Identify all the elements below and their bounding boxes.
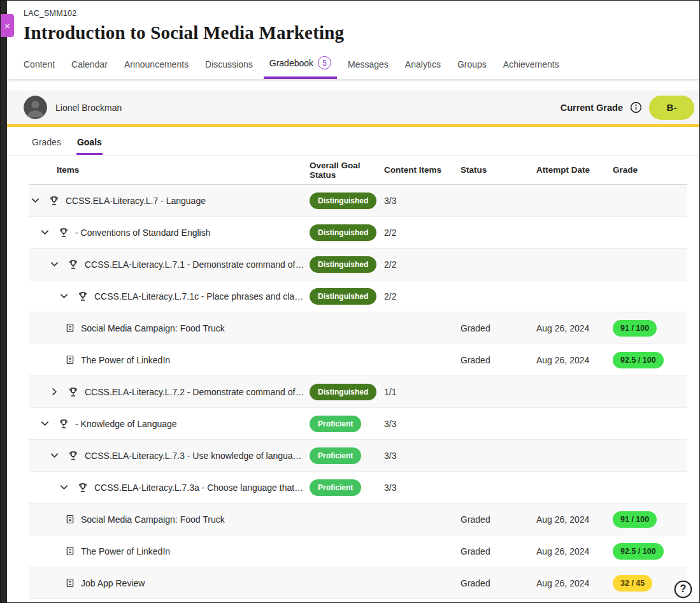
items-cell[interactable]: - Knowledge of Language	[29, 418, 310, 430]
content-items-value: 1/1	[384, 387, 396, 397]
tab-announcements[interactable]: Announcements	[124, 59, 189, 79]
items-cell[interactable]: CCSS.ELA-Literacy.L.7.3 - Use knowledge …	[29, 450, 310, 461]
current-grade-label: Current Grade	[561, 103, 623, 113]
chevron-down-icon[interactable]	[59, 483, 69, 493]
goals-table: Items Overall Goal Status Content Items …	[29, 156, 687, 599]
grade-pill[interactable]: 91 / 100	[613, 320, 657, 337]
goal-status-pill: Distinguished	[310, 256, 376, 273]
tab-analytics[interactable]: Analytics	[405, 59, 441, 79]
items-cell[interactable]: Social Media Campaign: Food Truck	[29, 514, 310, 525]
goal-status-pill: Proficient	[310, 416, 361, 432]
attempt-date-value: Aug 26, 2024	[536, 578, 589, 588]
tab-gradebook[interactable]: Gradebook 5	[269, 56, 331, 79]
current-grade-group: Current Grade B-	[561, 96, 694, 120]
attempt-date-value: Aug 26, 2024	[536, 514, 589, 525]
close-panel-tab[interactable]: ×	[1, 14, 14, 37]
tab-achievements[interactable]: Achievements	[503, 59, 559, 79]
goal-row: CCSS.ELA-Literacy.L.7.3 - Use knowledge …	[29, 440, 687, 472]
tab-messages[interactable]: Messages	[348, 59, 389, 79]
item-row: Social Media Campaign: Food Truck Graded…	[29, 312, 687, 344]
row-label: - Conventions of Standard English	[75, 228, 214, 238]
grade-cell: 91 / 100	[613, 320, 687, 337]
row-label: CCSS.ELA-Literacy.L.7.1 - Demonstrate co…	[85, 259, 310, 270]
item-row: Social Media Campaign: Food Truck Graded…	[29, 504, 687, 535]
goal-status-pill: Distinguished	[310, 384, 376, 400]
column-header-attempt-date: Attempt Date	[536, 165, 613, 175]
course-nav: Content Calendar Announcements Discussio…	[7, 43, 699, 80]
grade-cell: 91 / 100	[613, 511, 687, 528]
grade-cell: 92.5 / 100	[613, 543, 687, 560]
row-label: The Power of LinkedIn	[81, 355, 174, 365]
items-cell[interactable]: CCSS.ELA-Literacy.L.7.1 - Demonstrate co…	[29, 259, 310, 270]
items-cell[interactable]: The Power of LinkedIn	[29, 354, 310, 365]
grade-pill[interactable]: 32 / 45	[613, 575, 652, 592]
chevron-down-icon[interactable]	[30, 196, 40, 206]
status-value: Graded	[461, 355, 490, 365]
goal-status-cell: Distinguished	[310, 288, 384, 305]
tab-groups[interactable]: Groups	[457, 59, 487, 79]
items-cell[interactable]: Social Media Campaign: Food Truck	[29, 323, 310, 333]
goal-status-pill: Proficient	[310, 447, 361, 464]
help-button[interactable]: ?	[673, 579, 693, 599]
subtab-goals[interactable]: Goals	[76, 137, 103, 155]
items-cell[interactable]: The Power of LinkedIn	[29, 546, 310, 556]
avatar	[24, 96, 47, 119]
gradebook-count-badge: 5	[318, 56, 331, 69]
goal-row: CCSS.ELA-Literacy.L.7 - Language Disting…	[29, 185, 687, 217]
content-items-value: 3/3	[384, 196, 396, 206]
row-label: Social Media Campaign: Food Truck	[81, 514, 229, 525]
person-silhouette-icon	[24, 96, 47, 119]
close-icon: ×	[4, 20, 10, 31]
status-value: Graded	[461, 546, 490, 556]
grade-pill[interactable]: 92.5 / 100	[613, 352, 664, 368]
main-content: LAC_SMM102 Introduction to Social Media …	[7, 1, 699, 602]
tab-label: Achievements	[503, 59, 559, 69]
tab-label: Analytics	[405, 59, 441, 69]
goals-table-header: Items Overall Goal Status Content Items …	[29, 156, 687, 185]
goal-row: - Conventions of Standard English Distin…	[29, 217, 687, 249]
question-mark-icon: ?	[673, 579, 693, 599]
items-cell[interactable]: CCSS.ELA-Literacy.L.7.3a - Choose langua…	[29, 482, 310, 493]
info-icon[interactable]	[630, 101, 642, 113]
tab-label: Announcements	[124, 59, 189, 69]
items-cell[interactable]: CCSS.ELA-Literacy.L.7.1c - Place phrases…	[29, 291, 310, 302]
collapsed-side-panel[interactable]	[1, 1, 7, 602]
gradebook-subtabs: GradesGoals	[7, 127, 699, 156]
tab-calendar[interactable]: Calendar	[71, 59, 108, 79]
chevron-down-icon[interactable]	[39, 228, 50, 238]
current-grade-pill[interactable]: B-	[649, 96, 694, 120]
row-label: CCSS.ELA-Literacy.L.7.3a - Choose langua…	[94, 483, 310, 493]
chevron-down-icon[interactable]	[59, 291, 69, 302]
tab-content[interactable]: Content	[24, 59, 55, 79]
status-value: Graded	[461, 514, 490, 525]
grade-pill[interactable]: 92.5 / 100	[613, 543, 664, 560]
goal-status-pill: Distinguished	[310, 288, 376, 305]
goal-status-cell: Proficient	[310, 479, 384, 496]
row-label: CCSS.ELA-Literacy.L.7.1c - Place phrases…	[94, 291, 310, 302]
attempt-date-value: Aug 26, 2024	[536, 323, 589, 333]
items-cell[interactable]: CCSS.ELA-Literacy.L.7.2 - Demonstrate co…	[29, 386, 310, 398]
document-icon	[65, 514, 75, 525]
goal-status-cell: Distinguished	[310, 256, 384, 273]
document-icon	[65, 354, 75, 365]
document-icon	[65, 578, 75, 588]
row-label: - Knowledge of Language	[75, 419, 181, 429]
items-cell[interactable]: CCSS.ELA-Literacy.L.7 - Language	[29, 195, 310, 207]
content-items-value: 2/2	[384, 259, 396, 270]
trophy-icon	[77, 482, 89, 493]
grade-pill[interactable]: 91 / 100	[613, 511, 657, 528]
subtab-grades[interactable]: Grades	[31, 137, 62, 155]
items-cell[interactable]: Job App Review	[29, 578, 310, 588]
chevron-down-icon[interactable]	[39, 419, 50, 429]
chevron-down-icon[interactable]	[49, 451, 59, 461]
goal-row: CCSS.ELA-Literacy.L.7.3a - Choose langua…	[29, 472, 687, 504]
attempt-date-value: Aug 26, 2024	[536, 355, 589, 365]
items-cell[interactable]: - Conventions of Standard English	[29, 227, 310, 238]
status-value: Graded	[461, 323, 490, 333]
tab-discussions[interactable]: Discussions	[205, 59, 253, 79]
goal-row: CCSS.ELA-Literacy.L.7.1 - Demonstrate co…	[29, 249, 687, 280]
goals-table-body: CCSS.ELA-Literacy.L.7 - Language Disting…	[29, 185, 687, 599]
trophy-icon	[48, 195, 60, 207]
chevron-down-icon[interactable]	[49, 259, 59, 270]
chevron-right-icon[interactable]	[49, 387, 59, 397]
